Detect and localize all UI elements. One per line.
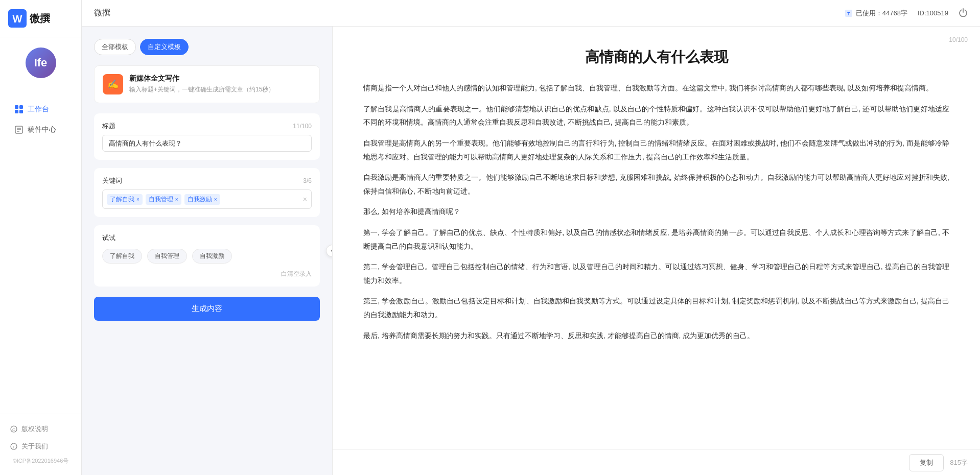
svg-rect-2 — [15, 105, 18, 109]
test-chip-1[interactable]: 了解自我 — [102, 249, 142, 264]
left-panel: 全部模板 自定义模板 ✍ 新媒体全文写作 输入标题+关键词，一键准确生成所需文章… — [82, 27, 332, 475]
tag-2-close[interactable]: × — [175, 197, 178, 202]
article-title: 高情商的人有什么表现 — [363, 47, 949, 67]
sidebar-item-workbench-label: 工作台 — [28, 105, 49, 114]
about-label: 关于我们 — [21, 442, 48, 451]
usage-icon: T — [845, 9, 853, 17]
template-card-info: 新媒体全文写作 输入标题+关键词，一键准确生成所需文章（约15秒） — [129, 74, 274, 94]
content-area: 全部模板 自定义模板 ✍ 新媒体全文写作 输入标题+关键词，一键准确生成所需文章… — [82, 27, 980, 475]
test-chip-3[interactable]: 自我激励 — [192, 249, 232, 264]
template-card-icon: ✍ — [103, 74, 123, 94]
sidebar-item-workbench[interactable]: 工作台 — [4, 100, 77, 119]
tag-2[interactable]: 自我管理 × — [146, 194, 181, 205]
icp-text: ©ICP备2022016946号 — [0, 455, 81, 467]
article-para-5: 第一, 学会了解自己。了解自己的优点、缺点、个性特质和偏好, 以及自己的情感状态… — [363, 226, 949, 253]
drafts-icon — [14, 125, 24, 134]
keyword-count: 3/6 — [303, 177, 312, 184]
sidebar-item-drafts[interactable]: 稿件中心 — [4, 120, 77, 139]
avatar: Ife — [26, 48, 56, 78]
tag-1[interactable]: 了解自我 × — [107, 194, 143, 205]
tag-1-close[interactable]: × — [136, 197, 139, 202]
svg-text:i: i — [13, 445, 14, 449]
workbench-icon — [14, 105, 24, 114]
article-counter: 10/100 — [949, 35, 968, 46]
title-input[interactable] — [102, 135, 312, 152]
power-button[interactable] — [959, 8, 968, 19]
tag-3-close[interactable]: × — [214, 197, 217, 202]
test-chips: 了解自我 自我管理 自我激励 — [102, 249, 312, 264]
sidebar-item-drafts-label: 稿件中心 — [28, 125, 56, 134]
about-icon: i — [10, 443, 17, 450]
svg-text:C: C — [12, 428, 15, 432]
title-count: 11/100 — [293, 123, 312, 130]
svg-rect-5 — [19, 110, 23, 113]
topbar-right: T 已使用：44768字 ID:100519 — [845, 8, 968, 19]
template-card-title: 新媒体全文写作 — [129, 74, 274, 83]
test-label: 试试 — [102, 233, 312, 243]
keyword-section: 关键词 3/6 了解自我 × 自我管理 × 自我激励 × — [94, 168, 320, 217]
title-section: 标题 11/100 — [94, 113, 320, 160]
usage-text: 已使用：44768字 — [856, 9, 907, 18]
logo-icon: W — [8, 9, 27, 28]
main-wrapper: 微撰 T 已使用：44768字 ID:100519 全 — [82, 0, 980, 475]
sidebar-about[interactable]: i 关于我们 — [0, 438, 81, 455]
article-body: 情商是指一个人对自己和他人的感情的认知和管理能力, 包括了解自我、自我管理、自我… — [363, 81, 949, 342]
svg-rect-4 — [15, 110, 18, 113]
article-para-3: 自我激励是高情商人的重要特质之一。他们能够激励自己不断地追求目标和梦想, 克服困… — [363, 171, 949, 198]
template-card-desc: 输入标题+关键词，一键准确生成所需文章（约15秒） — [129, 85, 274, 94]
tag-3-text: 自我激励 — [188, 195, 212, 204]
article-para-0: 情商是指一个人对自己和他人的感情的认知和管理能力, 包括了解自我、自我管理、自我… — [363, 81, 949, 95]
topbar: 微撰 T 已使用：44768字 ID:100519 — [82, 0, 980, 27]
article-para-7: 第三, 学会激励自己。激励自己包括设定目标和计划、自我激励和自我奖励等方式。可以… — [363, 294, 949, 321]
copyright-label: 版权说明 — [21, 424, 48, 434]
generate-button[interactable]: 生成内容 — [94, 297, 320, 321]
topbar-usage: T 已使用：44768字 — [845, 9, 907, 18]
template-tabs: 全部模板 自定义模板 — [94, 39, 320, 55]
test-section: 试试 了解自我 自我管理 自我激励 白清空录入 — [94, 225, 320, 287]
tags-container[interactable]: 了解自我 × 自我管理 × 自我激励 × × — [102, 189, 312, 209]
article-bottom-bar: 复制 815字 — [333, 449, 980, 475]
topbar-title: 微撰 — [94, 8, 110, 18]
avatar-area: Ife — [0, 37, 81, 88]
sidebar: W 微撰 Ife 工作台 稿件中心 — [0, 0, 82, 475]
tag-1-text: 了解自我 — [110, 195, 134, 204]
tag-2-text: 自我管理 — [149, 195, 173, 204]
tab-all[interactable]: 全部模板 — [94, 39, 136, 55]
sidebar-copyright[interactable]: C 版权说明 — [0, 420, 81, 438]
tags-clear-btn[interactable]: × — [303, 195, 307, 203]
sidebar-nav: 工作台 稿件中心 — [0, 88, 81, 414]
article-para-4: 那么, 如何培养和提高情商呢？ — [363, 205, 949, 219]
test-chip-2[interactable]: 自我管理 — [147, 249, 187, 264]
sidebar-bottom: C 版权说明 i 关于我们 ©ICP备2022016946号 — [0, 414, 81, 475]
copyright-icon: C — [10, 425, 17, 433]
article-para-6: 第二, 学会管理自己。管理自己包括控制自己的情绪、行为和言语, 以及管理自己的时… — [363, 260, 949, 287]
logo-text: 微撰 — [30, 12, 50, 26]
tab-custom[interactable]: 自定义模板 — [140, 39, 189, 55]
article-para-1: 了解自我是高情商人的重要表现之一。他们能够清楚地认识自己的优点和缺点, 以及自己… — [363, 102, 949, 129]
template-card-newmedia[interactable]: ✍ 新媒体全文写作 输入标题+关键词，一键准确生成所需文章（约15秒） — [94, 65, 320, 103]
collapse-panel-btn[interactable] — [326, 245, 332, 257]
svg-text:T: T — [847, 11, 850, 16]
article-para-8: 最后, 培养高情商需要长期的努力和实践。只有通过不断地学习、反思和实践, 才能够… — [363, 329, 949, 343]
right-panel: 10/100 高情商的人有什么表现 情商是指一个人对自己和他人的感情的认知和管理… — [333, 27, 980, 475]
article-container: 10/100 高情商的人有什么表现 情商是指一个人对自己和他人的感情的认知和管理… — [333, 27, 980, 449]
svg-rect-3 — [19, 105, 23, 109]
topbar-id: ID:100519 — [918, 9, 948, 17]
svg-text:W: W — [13, 13, 22, 25]
copy-button[interactable]: 复制 — [909, 454, 944, 471]
logo-area: W 微撰 — [0, 0, 81, 37]
tag-3[interactable]: 自我激励 × — [184, 194, 220, 205]
test-clear-btn[interactable]: 白清空录入 — [102, 270, 312, 278]
article-para-2: 自我管理是高情商人的另一个重要表现。他们能够有效地控制自己的言行和行为, 控制自… — [363, 136, 949, 163]
char-count: 815字 — [950, 458, 968, 467]
keyword-label: 关键词 3/6 — [102, 176, 312, 185]
title-label: 标题 11/100 — [102, 122, 312, 131]
